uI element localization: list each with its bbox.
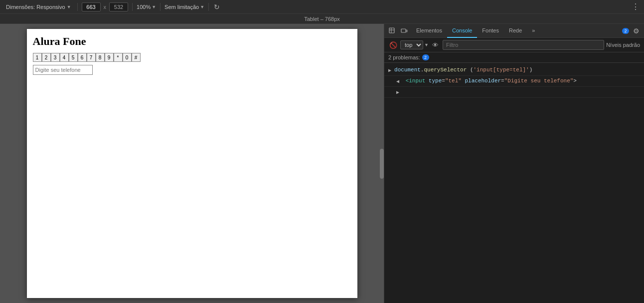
console-row-3[interactable]: ▶ [384, 87, 644, 98]
dimension-x-sep: x [104, 4, 107, 10]
viewport-scroll[interactable]: Alura Fone 123456789*0# [0, 24, 384, 303]
viewport-height-input[interactable] [109, 2, 128, 11]
dimensions-label: Dimensões: Responsivo [6, 4, 65, 10]
console-toolbar: 🚫 top ▼ 👁 Níveis padrão [384, 38, 644, 52]
key-btn-6[interactable]: 6 [78, 53, 87, 62]
tab-console[interactable]: Console [447, 24, 477, 38]
tab-fontes[interactable]: Fontes [477, 24, 504, 38]
keyboard-buttons: 123456789*0# [33, 53, 351, 62]
zoom-label: 100% [137, 4, 151, 10]
settings-icon[interactable]: ⚙ [631, 26, 641, 36]
row2-text: <input type="tel" placeholder="Digite se… [402, 77, 577, 85]
devtools-right-icons: 2 ⚙ [622, 26, 641, 36]
limitation-selector[interactable]: Sem limitação ▼ [164, 4, 204, 10]
key-btn-0[interactable]: 0 [123, 53, 132, 62]
row2-arrow[interactable]: ◀ [396, 77, 399, 85]
device-label: Tablet – 768px [304, 16, 340, 22]
top-chevron: ▼ [424, 42, 429, 47]
key-btn-4[interactable]: 4 [60, 53, 69, 62]
problems-text: 2 problemas: [388, 54, 420, 60]
device-frame: Alura Fone 123456789*0# [27, 29, 357, 298]
row1-arrow[interactable]: ▶ [388, 66, 391, 74]
viewport-width-input[interactable] [82, 2, 101, 11]
top-select[interactable]: top [400, 40, 423, 49]
toolbar-separator-2 [132, 3, 133, 11]
filter-input[interactable] [443, 40, 604, 50]
row3-arrow[interactable]: ▶ [396, 88, 399, 96]
page-title: Alura Fone [33, 35, 351, 48]
rotate-icon[interactable]: ↻ [213, 3, 221, 11]
problems-bar: 2 problemas: 2 [384, 52, 644, 63]
phone-input[interactable] [33, 65, 93, 75]
console-content: ▶ document.querySelector ('input[type=te… [384, 63, 644, 303]
main-area: Alura Fone 123456789*0# [0, 24, 644, 303]
toolbar-separator-3 [160, 3, 161, 11]
ruler-bar: Tablet – 768px [0, 14, 644, 24]
dimensions-chevron: ▼ [67, 4, 71, 9]
limitation-chevron: ▼ [200, 4, 204, 9]
clear-icon: 🚫 [389, 41, 397, 49]
viewport-scrollbar[interactable] [380, 149, 384, 179]
nivels-label: Níveis padrão [606, 42, 640, 48]
devtools-panel: Elementos Console Fontes Rede » 2 ⚙ 🚫 [384, 24, 644, 303]
eye-icon[interactable]: 👁 [431, 40, 441, 50]
zoom-chevron: ▼ [152, 4, 156, 9]
toolbar-separator-4 [208, 3, 209, 11]
key-btn-9[interactable]: 9 [105, 53, 114, 62]
key-btn-1[interactable]: 1 [33, 53, 42, 62]
key-btn-8[interactable]: 8 [96, 53, 105, 62]
toolbar-separator-1 [77, 3, 78, 11]
key-btn-#[interactable]: # [132, 53, 141, 62]
top-toolbar: Dimensões: Responsivo ▼ x 100% ▼ Sem lim… [0, 0, 644, 14]
more-options-button[interactable]: ⋮ [632, 2, 640, 11]
console-row-1[interactable]: ▶ document.querySelector ('input[type=te… [384, 65, 644, 76]
problems-badge: 2 [422, 54, 429, 60]
devtools-left-icons [387, 26, 409, 36]
tab-elementos[interactable]: Elementos [411, 24, 447, 38]
svg-rect-3 [401, 29, 406, 32]
key-btn-*[interactable]: * [114, 53, 123, 62]
key-btn-3[interactable]: 3 [51, 53, 60, 62]
key-btn-2[interactable]: 2 [42, 53, 51, 62]
svg-rect-0 [389, 28, 394, 33]
devtools-tab-bar: Elementos Console Fontes Rede » 2 ⚙ [384, 24, 644, 38]
zoom-selector[interactable]: 100% ▼ [137, 4, 156, 10]
limitation-label: Sem limitação [164, 4, 199, 10]
clear-console-button[interactable]: 🚫 [388, 40, 398, 50]
context-selector[interactable]: top ▼ [400, 40, 429, 49]
error-badge: 2 [622, 28, 629, 34]
device-toggle-icon[interactable] [399, 26, 409, 36]
console-row-2[interactable]: ◀ <input type="tel" placeholder="Digite … [384, 76, 644, 87]
key-btn-7[interactable]: 7 [87, 53, 96, 62]
viewport-panel: Alura Fone 123456789*0# [0, 24, 384, 303]
dimensions-selector[interactable]: Dimensões: Responsivo ▼ [4, 3, 73, 11]
tab-more[interactable]: » [527, 24, 540, 38]
tab-rede[interactable]: Rede [504, 24, 527, 38]
row1-text: document.querySelector ('input[type=tel]… [394, 66, 532, 74]
svg-rect-4 [406, 30, 407, 32]
inspect-icon[interactable] [387, 26, 397, 36]
key-btn-5[interactable]: 5 [69, 53, 78, 62]
